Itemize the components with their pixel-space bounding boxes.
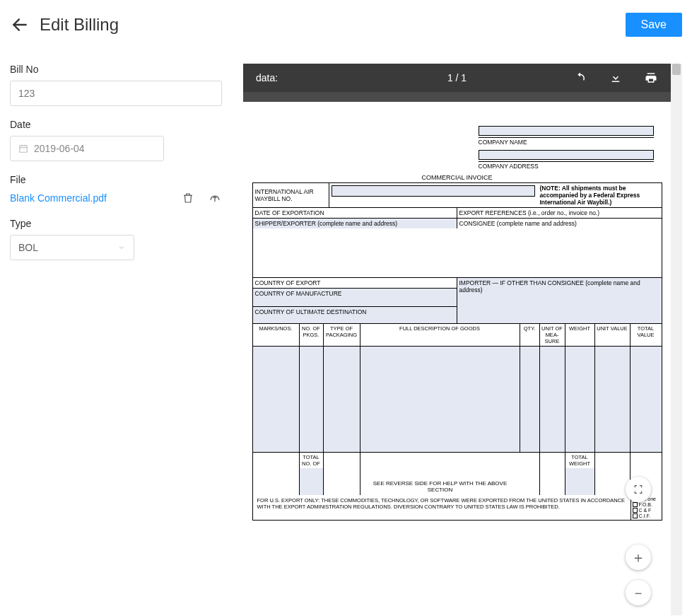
form-panel: Bill No Date 2019-06-04 File Blank Comme… bbox=[10, 64, 229, 615]
country-of-export-label: COUNTRY OF EXPORT bbox=[253, 278, 457, 288]
svg-rect-1 bbox=[20, 146, 28, 152]
file-link[interactable]: Blank Commercial.pdf bbox=[10, 192, 107, 204]
consignee-label: CONSIGNEE (complete name and address) bbox=[459, 220, 577, 227]
iawb-note: (NOTE: All shipments must be accompanied… bbox=[537, 183, 662, 207]
col-unit-value: UNIT VALUE bbox=[595, 324, 631, 346]
export-references-label: EXPORT REFERENCES (i.e., order no., invo… bbox=[457, 208, 662, 218]
top-bar: Edit Billing Save bbox=[0, 0, 692, 44]
pdf-canvas: COMPANY NAME COMPANY ADDRESS COMMERCIAL … bbox=[243, 102, 671, 615]
date-input[interactable]: 2019-06-04 bbox=[10, 136, 164, 161]
invoice-title: COMMERCIAL INVOICE bbox=[252, 174, 662, 181]
date-label: Date bbox=[10, 119, 229, 130]
country-of-manufacture-label: COUNTRY OF MANUFACTURE bbox=[253, 288, 457, 306]
company-name-label: COMPANY NAME bbox=[479, 137, 654, 146]
importer-label: IMPORTER — IF OTHER THAN CONSIGNEE (comp… bbox=[457, 278, 662, 323]
country-of-ultimate-destination-label: COUNTRY OF ULTIMATE DESTINATION bbox=[253, 306, 457, 323]
bill-no-label: Bill No bbox=[10, 64, 229, 75]
pdf-page-indicator: 1 / 1 bbox=[447, 72, 467, 83]
scrollbar[interactable] bbox=[671, 64, 682, 615]
date-of-exportation-label: DATE OF EXPORTATION bbox=[253, 208, 457, 218]
export-disclaimer: FOR U.S. EXPORT ONLY: THESE COMMODITIES,… bbox=[253, 495, 631, 520]
col-no-of-pkgs: NO. OF PKGS. bbox=[300, 324, 324, 346]
pdf-toolbar: data: 1 / 1 bbox=[243, 64, 671, 92]
pdf-source-label: data: bbox=[256, 72, 278, 83]
file-label: File bbox=[10, 174, 229, 185]
pdf-page: COMPANY NAME COMPANY ADDRESS COMMERCIAL … bbox=[252, 126, 662, 615]
col-full-description: FULL DESCRIPTION OF GOODS bbox=[360, 324, 520, 346]
total-weight-label: TOTAL WEIGHT bbox=[569, 454, 590, 467]
col-unit-of-measure: UNIT OF MEA-SURE bbox=[540, 324, 565, 346]
delete-icon[interactable] bbox=[181, 191, 195, 205]
chevron-down-icon bbox=[117, 243, 126, 252]
download-icon[interactable] bbox=[609, 71, 623, 85]
type-select[interactable]: BOL bbox=[10, 235, 134, 260]
col-weight: WEIGHT bbox=[565, 324, 595, 346]
shipper-exporter-label: SHIPPER/EXPORTER (complete name and addr… bbox=[255, 220, 398, 227]
fit-to-page-button[interactable] bbox=[626, 477, 651, 502]
calendar-icon bbox=[18, 144, 28, 153]
zoom-out-button[interactable]: － bbox=[626, 580, 651, 605]
type-label: Type bbox=[10, 218, 229, 229]
pdf-preview-panel: data: 1 / 1 COMPANY NAME COMPANY ADDRESS bbox=[243, 64, 682, 615]
save-button[interactable]: Save bbox=[626, 13, 682, 37]
page-title: Edit Billing bbox=[40, 15, 119, 35]
col-total-value: TOTAL VALUE bbox=[631, 324, 662, 346]
col-qty: QTY. bbox=[520, 324, 540, 346]
company-address-label: COMPANY ADDRESS bbox=[479, 161, 654, 170]
col-type-of-packaging: TYPE OF PACKAGING bbox=[324, 324, 360, 346]
print-icon[interactable] bbox=[644, 71, 658, 85]
date-value: 2019-06-04 bbox=[34, 143, 85, 154]
col-marks-nos: MARKS/NOS. bbox=[253, 324, 300, 346]
bill-no-input[interactable] bbox=[10, 81, 222, 106]
zoom-in-button[interactable]: ＋ bbox=[626, 545, 651, 570]
back-arrow-icon[interactable] bbox=[10, 15, 30, 35]
type-select-value: BOL bbox=[18, 242, 38, 253]
iawb-label: INTERNATIONAL AIR WAYBILL NO. bbox=[253, 183, 329, 207]
see-reverse-label: SEE REVERSE SIDE FOR HELP WITH THE ABOVE… bbox=[360, 453, 520, 495]
upload-icon[interactable] bbox=[208, 191, 222, 205]
rotate-icon[interactable] bbox=[573, 71, 587, 85]
